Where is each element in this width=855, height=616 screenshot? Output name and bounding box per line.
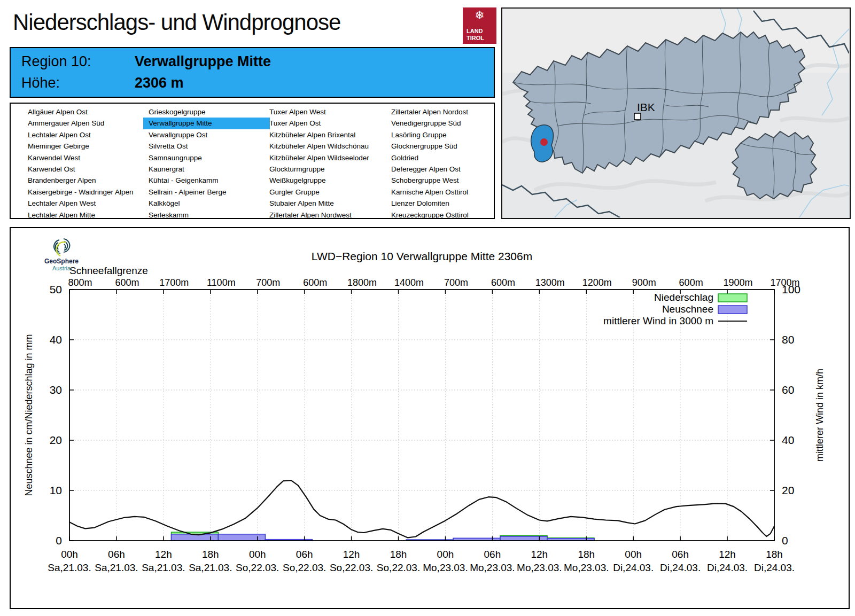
snowline-label: 600m <box>303 277 327 288</box>
snowline-label: 600m <box>115 277 139 288</box>
snowline-label: 600m <box>491 277 515 288</box>
region-info-box: Region 10: Verwallgruppe Mitte Höhe: 230… <box>10 47 495 98</box>
x-tick-hour: 18h <box>578 549 595 560</box>
snowline-label: 1700m <box>159 277 189 288</box>
region-item[interactable]: Zillertaler Alpen Nordwest <box>264 209 389 221</box>
region-item[interactable]: Weißkugelgruppe <box>264 175 389 186</box>
region-item[interactable]: Samnaungruppe <box>143 152 270 163</box>
region-item[interactable]: Venedigergruppe Süd <box>386 118 493 129</box>
region-item[interactable]: Kaisergebirge - Waidringer Alpen <box>22 186 146 198</box>
x-tick-hour: 18h <box>390 549 407 560</box>
region-item[interactable]: Kreuzeckgruppe Osttirol <box>386 209 493 221</box>
map-ibk-label: IBK <box>637 101 655 113</box>
x-tick-hour: 12h <box>531 549 548 560</box>
forecast-chart-panel: GeoSphere Austria LWD−Region 10 Verwallg… <box>10 227 850 609</box>
snowline-label: 700m <box>444 277 468 288</box>
y-tick-right: 20 <box>782 484 794 496</box>
region-item[interactable]: Lechtaler Alpen West <box>22 198 146 209</box>
region-item[interactable]: Lechtaler Alpen Mitte <box>22 209 146 221</box>
y-axis-title-left: Neuschnee in cm/Niederschlag in mm <box>24 334 34 496</box>
y-tick-right: 60 <box>782 384 794 396</box>
region-item[interactable]: Mieminger Gebirge <box>22 141 146 152</box>
bar-neuschnee <box>500 536 547 541</box>
x-tick-hour: 12h <box>719 549 736 560</box>
region-item[interactable]: Glocknergruppe Süd <box>386 141 493 152</box>
region-column-4: Zillertaler Alpen NordostVenedigergruppe… <box>391 106 493 221</box>
region-item[interactable]: Allgäuer Alpen Ost <box>22 106 146 118</box>
region-item[interactable]: Goldried <box>386 152 493 163</box>
legend-label: Neuschnee <box>662 303 713 315</box>
region-item[interactable]: Ammergauer Alpen Süd <box>22 118 146 129</box>
region-item[interactable]: Lienzer Dolomiten <box>386 198 493 209</box>
x-tick-hour: 12h <box>343 549 360 560</box>
region-item[interactable]: Karwendel West <box>22 152 146 163</box>
region-item[interactable]: Stubaier Alpen Mitte <box>264 198 389 209</box>
region-item[interactable]: Glockturmgruppe <box>264 163 389 175</box>
legend-label: Niederschlag <box>654 292 713 303</box>
region-item[interactable]: Lasörling Gruppe <box>386 129 493 141</box>
x-tick-date: Mo,23.03. <box>564 562 609 573</box>
y-tick-left: 30 <box>50 384 62 396</box>
tirol-region-map[interactable]: IBK <box>501 7 851 219</box>
region-item[interactable]: Deferegger Alpen Ost <box>386 163 493 175</box>
region-item[interactable]: Tuxer Alpen West <box>264 106 389 118</box>
region-item[interactable]: Kitzbüheler Alpen Brixental <box>264 129 389 141</box>
region-item[interactable]: Kitzbüheler Alpen Wildseeloder <box>264 152 389 163</box>
chart-svg: LWD−Region 10 Verwallgruppe Mitte 2306mS… <box>11 228 849 608</box>
region-item[interactable]: Sellrain - Alpeiner Berge <box>143 186 270 198</box>
x-tick-date: Sa,21.03. <box>189 562 232 573</box>
y-tick-left: 40 <box>50 333 62 346</box>
x-tick-date: So,22.03. <box>377 562 420 573</box>
map-svg[interactable]: IBK <box>502 9 849 217</box>
region-item[interactable]: Karnische Alpen Osttirol <box>386 186 493 198</box>
x-tick-date: Mo,23.03. <box>517 562 562 573</box>
x-tick-date: Di,24.03. <box>613 562 654 573</box>
land-tirol-logo: ❄ LAND TIROL <box>463 7 496 44</box>
region-list: Allgäuer Alpen OstAmmergauer Alpen SüdLe… <box>10 103 495 219</box>
snowline-label: 700m <box>256 277 280 288</box>
y-tick-right: 80 <box>782 333 794 346</box>
y-tick-left: 50 <box>50 283 62 295</box>
region-item[interactable]: Verwallgruppe Ost <box>143 129 270 141</box>
x-tick-date: Sa,21.03. <box>142 562 185 573</box>
snowline-label: 1200m <box>582 277 612 288</box>
region-item[interactable]: Schobergruppe West <box>386 175 493 186</box>
altitude-label: Höhe: <box>21 75 135 91</box>
legend-label: mittlerer Wind in 3000 m <box>603 315 713 326</box>
x-tick-date: So,22.03. <box>330 562 373 573</box>
legend-swatch <box>718 306 747 314</box>
snowline-label: 900m <box>632 277 656 288</box>
snowflake-icon: ❄ <box>475 10 484 21</box>
geosphere-name: GeoSphere <box>32 258 91 265</box>
region-column-1: Allgäuer Alpen OstAmmergauer Alpen SüdLe… <box>28 106 146 221</box>
region-item[interactable]: Grieskogelgruppe <box>143 106 270 118</box>
y-tick-left: 0 <box>56 534 62 547</box>
region-item[interactable]: Gurgler Gruppe <box>264 186 389 198</box>
region-item[interactable]: Kalkkögel <box>143 198 270 209</box>
region-item[interactable]: Zillertaler Alpen Nordost <box>386 106 493 118</box>
region-item[interactable]: Kühtai - Geigenkamm <box>143 175 270 186</box>
region-item[interactable]: Kitzbüheler Alpen Wildschönau <box>264 141 389 152</box>
bar-neuschnee <box>218 534 265 541</box>
region-item[interactable]: Silvretta Ost <box>143 141 270 152</box>
region-item[interactable]: Serleskamm <box>143 209 270 221</box>
x-tick-date: Di,24.03. <box>660 562 701 573</box>
plot-border <box>69 290 774 541</box>
bar-neuschnee <box>172 534 219 541</box>
geosphere-icon <box>50 237 73 258</box>
region-item[interactable]: Brandenberger Alpen <box>22 175 146 186</box>
region-item[interactable]: Kaunergrat <box>143 163 270 175</box>
region-item[interactable]: Lechtaler Alpen Ost <box>22 129 146 141</box>
x-tick-hour: 06h <box>484 549 501 560</box>
region-item[interactable]: Verwallgruppe Mitte <box>143 118 270 129</box>
wind-line <box>69 480 774 537</box>
map-ibk-marker <box>634 113 641 120</box>
region-item[interactable]: Karwendel Ost <box>22 163 146 175</box>
y-tick-right: 40 <box>782 434 794 446</box>
map-location-dot <box>540 138 548 146</box>
region-column-2: GrieskogelgruppeVerwallgruppe MitteVerwa… <box>149 106 270 221</box>
snowline-label: 800m <box>68 277 92 288</box>
region-item[interactable]: Tuxer Alpen Ost <box>264 118 389 129</box>
x-tick-hour: 00h <box>249 549 266 560</box>
snowline-label: 600m <box>679 277 703 288</box>
